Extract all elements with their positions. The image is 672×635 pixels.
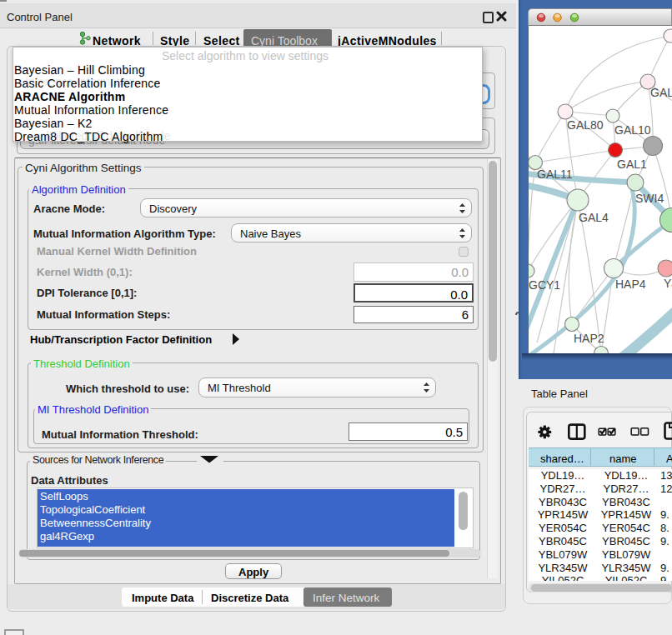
svg-text:GAL1: GAL1 — [617, 158, 647, 171]
svg-text:YJ: YJ — [664, 277, 672, 290]
svg-text:HAP4: HAP4 — [615, 278, 646, 291]
svg-text:HAP2: HAP2 — [574, 332, 604, 345]
svg-text:SWI4: SWI4 — [635, 192, 664, 205]
svg-text:GAL10: GAL10 — [614, 123, 651, 137]
svg-text:GCY1: GCY1 — [529, 278, 560, 292]
svg-text:GAL11: GAL11 — [537, 168, 573, 181]
svg-text:GAL80: GAL80 — [567, 118, 604, 132]
svg-text:GAL4: GAL4 — [579, 211, 609, 224]
svg-text:GAL7: GAL7 — [650, 86, 672, 99]
